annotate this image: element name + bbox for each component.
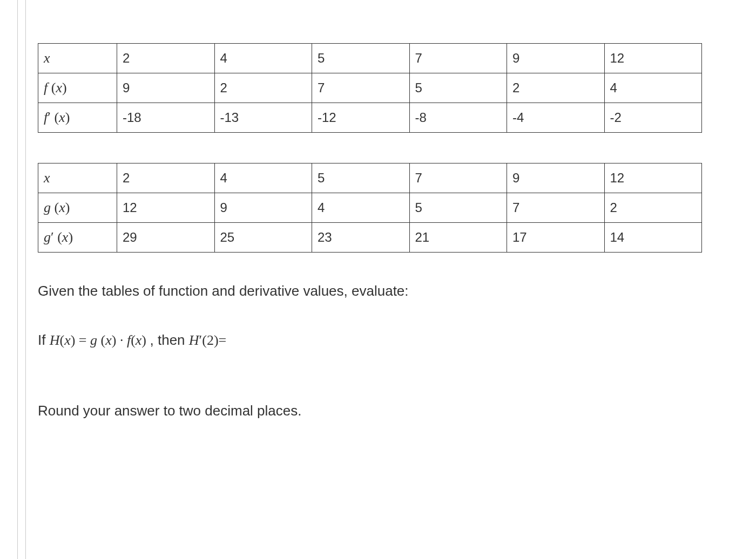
cell: 2 bbox=[214, 73, 312, 103]
question-H-def: H(x) = g (x) · f(x) bbox=[50, 332, 150, 348]
cell: 17 bbox=[507, 223, 605, 253]
cell: 4 bbox=[214, 163, 312, 193]
table-row: f′ (x) -18 -13 -12 -8 -4 -2 bbox=[38, 103, 702, 133]
problem-content: x 2 4 5 7 9 12 f (x) 9 2 7 5 2 4 f′ (x) … bbox=[38, 0, 756, 419]
cell: -13 bbox=[214, 103, 312, 133]
cell: 14 bbox=[604, 223, 702, 253]
table-g: x 2 4 5 7 9 12 g (x) 12 9 4 5 7 2 g′ (x)… bbox=[38, 163, 702, 253]
cell: 5 bbox=[312, 163, 410, 193]
table-f: x 2 4 5 7 9 12 f (x) 9 2 7 5 2 4 f′ (x) … bbox=[38, 43, 702, 133]
row-header-x: x bbox=[38, 163, 117, 193]
cell: 12 bbox=[117, 193, 215, 223]
question-Hprime: H′(2)= bbox=[189, 332, 226, 348]
cell: 4 bbox=[312, 193, 410, 223]
round-note: Round your answer to two decimal places. bbox=[38, 403, 718, 419]
table-row: g (x) 12 9 4 5 7 2 bbox=[38, 193, 702, 223]
cell: -4 bbox=[507, 103, 605, 133]
cell: 2 bbox=[117, 163, 215, 193]
left-margin-rules bbox=[17, 0, 18, 559]
cell: 7 bbox=[312, 73, 410, 103]
cell: -2 bbox=[604, 103, 702, 133]
cell: 9 bbox=[507, 163, 605, 193]
prompt-text: Given the tables of function and derivat… bbox=[38, 283, 718, 299]
table-row: x 2 4 5 7 9 12 bbox=[38, 163, 702, 193]
cell: 12 bbox=[604, 163, 702, 193]
cell: 5 bbox=[312, 44, 410, 73]
question-mid: , then bbox=[150, 332, 189, 348]
cell: 2 bbox=[604, 193, 702, 223]
row-header-fx: f (x) bbox=[38, 73, 117, 103]
cell: 9 bbox=[214, 193, 312, 223]
cell: 9 bbox=[507, 44, 605, 73]
cell: 2 bbox=[117, 44, 215, 73]
cell: 25 bbox=[214, 223, 312, 253]
cell: 5 bbox=[409, 193, 507, 223]
cell: 9 bbox=[117, 73, 215, 103]
cell: 21 bbox=[409, 223, 507, 253]
row-header-gprimex: g′ (x) bbox=[38, 223, 117, 253]
cell: 4 bbox=[214, 44, 312, 73]
row-header-gx: g (x) bbox=[38, 193, 117, 223]
cell: 2 bbox=[507, 73, 605, 103]
cell: -8 bbox=[409, 103, 507, 133]
cell: 23 bbox=[312, 223, 410, 253]
table-row: f (x) 9 2 7 5 2 4 bbox=[38, 73, 702, 103]
row-header-fprimex: f′ (x) bbox=[38, 103, 117, 133]
row-header-x: x bbox=[38, 44, 117, 73]
cell: 7 bbox=[409, 44, 507, 73]
cell: 7 bbox=[507, 193, 605, 223]
table-row: g′ (x) 29 25 23 21 17 14 bbox=[38, 223, 702, 253]
cell: -18 bbox=[117, 103, 215, 133]
question-prefix: If bbox=[38, 332, 50, 348]
cell: 4 bbox=[604, 73, 702, 103]
cell: 29 bbox=[117, 223, 215, 253]
cell: 5 bbox=[409, 73, 507, 103]
table-row: x 2 4 5 7 9 12 bbox=[38, 44, 702, 73]
cell: 12 bbox=[604, 44, 702, 73]
question-line: If H(x) = g (x) · f(x) , then H′(2)= bbox=[38, 332, 718, 349]
cell: 7 bbox=[409, 163, 507, 193]
cell: -12 bbox=[312, 103, 410, 133]
